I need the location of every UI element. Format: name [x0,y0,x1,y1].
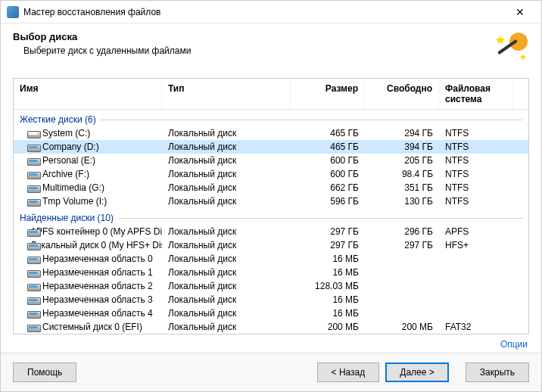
close-icon[interactable]: ✕ [505,6,535,18]
disk-fs: NTFS [439,154,513,166]
group-label: Найденные диски (10) [20,213,114,223]
drive-icon [27,295,39,304]
disk-size: 200 МБ [291,321,365,333]
window-title: Мастер восстановления файлов [23,7,505,17]
table-row[interactable]: APFS контейнер 0 (My APFS Disk)Локальный… [14,225,528,238]
page-subtitle: Выберите диск с удаленными файлами [13,45,493,56]
disk-fs: HFS+ [439,239,513,251]
col-header-name[interactable]: Имя [14,79,162,109]
disk-free: 351 ГБ [365,182,439,194]
app-icon [7,6,19,18]
disk-free: 205 ГБ [365,154,439,166]
disk-type: Локальный диск [162,195,291,207]
table-row[interactable]: Неразмеченная область 3Локальный диск16 … [14,293,528,306]
table-row[interactable]: Неразмеченная область 0Локальный диск16 … [14,252,528,266]
page-title: Выбор диска [13,31,493,42]
disk-fs: NTFS [439,168,513,180]
options-link[interactable]: Опции [500,339,528,350]
table-row[interactable]: Personal (E:)Локальный диск600 ГБ205 ГБN… [14,154,528,167]
disk-type: Локальный диск [162,321,291,333]
disk-fs [439,313,513,314]
disk-fs [439,299,513,300]
wizard-wand-icon [493,31,529,67]
drive-icon [27,170,39,179]
disk-free: 297 ГБ [365,239,439,251]
disk-free: 200 МБ [365,321,439,333]
col-header-type[interactable]: Тип [162,79,291,109]
disk-fs: APFS [439,226,513,238]
disk-size: 662 ГБ [291,182,365,194]
disk-name: Неразмеченная область 2 [42,281,153,291]
svg-point-0 [509,33,528,51]
svg-marker-2 [496,36,505,44]
disk-free [365,258,439,260]
disk-name: Archive (F:) [42,169,89,179]
next-button[interactable]: Далее > [385,362,449,382]
disk-name: Неразмеченная область 0 [42,254,153,264]
disk-fs: NTFS [439,195,513,207]
table-row[interactable]: Неразмеченная область 1Локальный диск16 … [14,266,528,279]
table-row[interactable]: Неразмеченная область 2Локальный диск128… [14,279,528,293]
disk-free: 98.4 ГБ [365,168,439,180]
disk-name: Неразмеченная область 3 [42,294,153,305]
close-button[interactable]: Закрыть [466,362,529,382]
disk-type: Локальный диск [162,253,291,265]
table-body[interactable]: Жесткие диски (6)System (C:)Локальный ди… [14,110,528,334]
table-row[interactable]: Tmp Volume (I:)Локальный диск596 ГБ130 Г… [14,194,528,208]
drive-icon [27,309,39,318]
disk-name: System (C:) [42,128,90,138]
disk-free: 294 ГБ [365,127,439,139]
table-row[interactable]: Archive (F:)Локальный диск600 ГБ98.4 ГБN… [14,167,528,181]
footer: Помощь < Назад Далее > Закрыть [1,353,541,391]
disk-size: 297 ГБ [291,226,365,238]
group-label: Жесткие диски (6) [20,114,96,125]
table-row[interactable]: Системный диск 0 (EFI)Локальный диск200 … [14,320,528,334]
disk-type: Локальный диск [162,154,291,166]
help-button[interactable]: Помощь [13,362,76,382]
disk-type: Локальный диск [162,280,291,292]
col-header-free[interactable]: Свободно [365,79,439,109]
disk-size: 16 МБ [291,266,365,278]
disk-type: Локальный диск [162,141,291,153]
disk-type: Локальный диск [162,294,291,306]
table-row[interactable]: System (C:)Локальный диск465 ГБ294 ГБNTF… [14,126,528,140]
back-button[interactable]: < Назад [317,362,380,382]
disk-name: Personal (E:) [42,155,95,166]
disk-free [365,299,439,300]
col-header-fs[interactable]: Файловая система [439,79,513,109]
titlebar: Мастер восстановления файлов ✕ [1,1,541,23]
disk-type: Локальный диск [162,182,291,194]
table-row[interactable]: Company (D:)Локальный диск465 ГБ394 ГБNT… [14,140,528,154]
table-row[interactable]: Неразмеченная область 4Локальный диск16 … [14,306,528,320]
drive-icon [27,268,39,277]
disk-type: Локальный диск [162,239,291,251]
table-row[interactable]: Локальный диск 0 (My HFS+ Disk)Локальный… [14,238,528,252]
disk-type: Локальный диск [162,168,291,180]
disk-free [365,313,439,314]
group-header: Найденные диски (10) [14,208,528,225]
drive-icon [27,254,39,263]
disk-type: Локальный диск [162,307,291,319]
disk-size: 465 ГБ [291,141,365,153]
group-header: Жесткие диски (6) [14,110,528,126]
disk-fs [439,285,513,287]
disk-size: 600 ГБ [291,168,365,180]
col-header-size[interactable]: Размер [291,79,365,109]
disk-size: 16 МБ [291,253,365,265]
disk-name: APFS контейнер 0 (My APFS Disk) [30,226,162,237]
disk-size: 16 МБ [291,294,365,306]
disk-free: 394 ГБ [365,141,439,153]
disk-type: Локальный диск [162,226,291,238]
disk-free [365,285,439,287]
disk-fs: NTFS [439,182,513,194]
disk-type: Локальный диск [162,266,291,278]
wizard-header: Выбор диска Выберите диск с удаленными ф… [1,23,541,78]
table-row[interactable]: Multimedia (G:)Локальный диск662 ГБ351 Г… [14,181,528,194]
disk-size: 465 ГБ [291,127,365,139]
drive-icon [27,322,39,331]
drive-icon [27,183,39,192]
disk-name: Tmp Volume (I:) [42,196,107,207]
disk-size: 596 ГБ [291,195,365,207]
disk-free: 296 ГБ [365,226,439,238]
disk-fs: NTFS [439,127,513,139]
